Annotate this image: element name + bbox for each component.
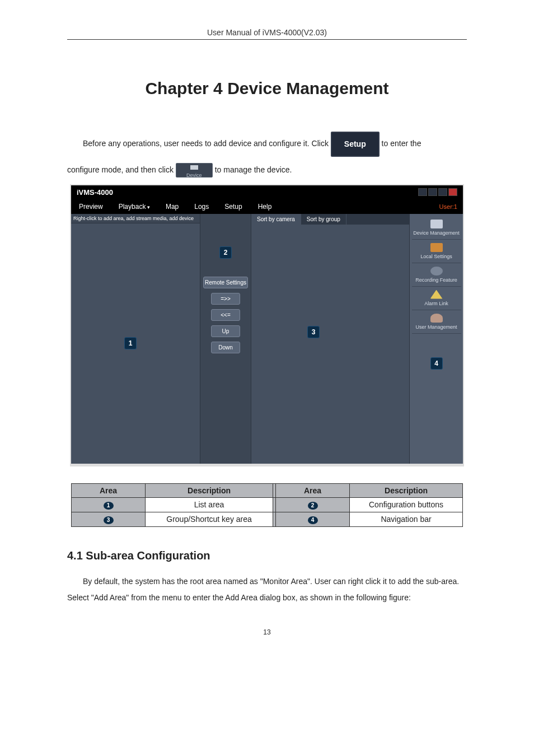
app-body: Right-click to add area, add stream medi… bbox=[71, 214, 463, 464]
remote-settings-button[interactable]: Remote Settings bbox=[203, 277, 248, 288]
left-panel-hint: Right-click to add area, add stream medi… bbox=[71, 214, 200, 223]
badge-4: 4 bbox=[430, 357, 443, 370]
text: By default, the system has the root area… bbox=[67, 573, 467, 606]
menu-logs[interactable]: Logs bbox=[186, 200, 217, 213]
tab-sort-by-camera[interactable]: Sort by camera bbox=[251, 214, 301, 225]
menu-map[interactable]: Map bbox=[158, 200, 186, 213]
nav-alarm-link[interactable]: Alarm Link bbox=[412, 288, 461, 310]
user-icon[interactable] bbox=[418, 188, 427, 196]
nav-user-management[interactable]: User Management bbox=[412, 311, 461, 334]
circle-badge: 3 bbox=[104, 516, 114, 524]
table-row: 3 Group/Shortcut key area 4 Navigation b… bbox=[72, 512, 463, 526]
content-block: Before any operations, user needs to add… bbox=[67, 132, 467, 179]
circle-badge: 4 bbox=[308, 516, 318, 524]
th-description: Description bbox=[146, 483, 273, 497]
nav-local-settings[interactable]: Local Settings bbox=[412, 241, 461, 263]
page-number: 13 bbox=[0, 628, 534, 636]
group-shortcut-panel[interactable]: Sort by camera Sort by group 3 bbox=[251, 214, 409, 464]
menu-help[interactable]: Help bbox=[250, 200, 280, 213]
minimize-icon[interactable] bbox=[438, 188, 447, 196]
text: to enter the bbox=[382, 139, 421, 148]
app-title: iVMS-4000 bbox=[77, 188, 113, 197]
chapter-title: Chapter 4 Device Management bbox=[0, 79, 534, 98]
move-down-button[interactable]: Down bbox=[211, 342, 240, 353]
tools-icon bbox=[430, 243, 443, 252]
sort-tabs: Sort by camera Sort by group bbox=[251, 214, 409, 225]
move-up-button[interactable]: Up bbox=[211, 325, 240, 337]
nav-recording-feature[interactable]: Recording Feature bbox=[412, 264, 461, 287]
warning-icon bbox=[430, 290, 443, 299]
menu-setup[interactable]: Setup bbox=[217, 200, 250, 213]
badge-2: 2 bbox=[219, 246, 232, 259]
navigation-bar: Device Management Local Settings Recordi… bbox=[409, 214, 463, 464]
list-area-panel[interactable]: Right-click to add area, add stream medi… bbox=[71, 214, 200, 464]
menu-playback[interactable]: Playback bbox=[111, 200, 158, 213]
user-label: User:1 bbox=[439, 203, 463, 210]
app-menu-bar: Preview Playback Map Logs Setup Help Use… bbox=[71, 199, 463, 214]
th-area: Area bbox=[276, 483, 350, 497]
window-controls bbox=[418, 188, 457, 196]
circle-badge: 1 bbox=[104, 502, 114, 510]
circle-badge: 2 bbox=[308, 502, 318, 510]
config-buttons-panel: 2 Remote Settings =>> <<= Up Down bbox=[200, 214, 251, 464]
th-area: Area bbox=[72, 483, 146, 497]
move-right-button[interactable]: =>> bbox=[211, 293, 240, 305]
device-management-chip[interactable]: Device Management bbox=[176, 163, 213, 178]
tab-sort-by-group[interactable]: Sort by group bbox=[301, 214, 346, 225]
menu-preview[interactable]: Preview bbox=[71, 200, 111, 213]
badge-3: 3 bbox=[307, 326, 320, 338]
text: configure mode, and then click bbox=[67, 165, 176, 174]
monitor-icon bbox=[430, 220, 443, 228]
setup-button-inline[interactable]: Setup bbox=[331, 132, 380, 157]
move-left-button[interactable]: <<= bbox=[211, 309, 240, 321]
gear-icon bbox=[430, 267, 443, 276]
document-page: User Manual of iVMS-4000(V2.03) Chapter … bbox=[0, 0, 534, 664]
text: to manage the device. bbox=[215, 165, 292, 174]
ivms-screenshot: iVMS-4000 Preview Playback Map Logs Setu… bbox=[70, 184, 464, 466]
area-description-table: Area Description Area Description 1 List… bbox=[71, 483, 463, 527]
lock-icon[interactable] bbox=[428, 188, 437, 196]
text: Before any operations, user needs to add… bbox=[83, 139, 331, 148]
monitor-icon bbox=[190, 165, 198, 170]
app-titlebar: iVMS-4000 bbox=[71, 185, 463, 199]
page-header: User Manual of iVMS-4000(V2.03) bbox=[67, 28, 467, 40]
table-row: 1 List area 2 Configuration buttons bbox=[72, 497, 463, 512]
badge-1: 1 bbox=[124, 337, 137, 349]
close-icon[interactable] bbox=[448, 188, 457, 196]
th-description: Description bbox=[350, 483, 463, 497]
user-icon bbox=[430, 314, 443, 323]
section-title: 4.1 Sub-area Configuration bbox=[67, 549, 467, 562]
nav-device-management[interactable]: Device Management bbox=[412, 217, 461, 240]
